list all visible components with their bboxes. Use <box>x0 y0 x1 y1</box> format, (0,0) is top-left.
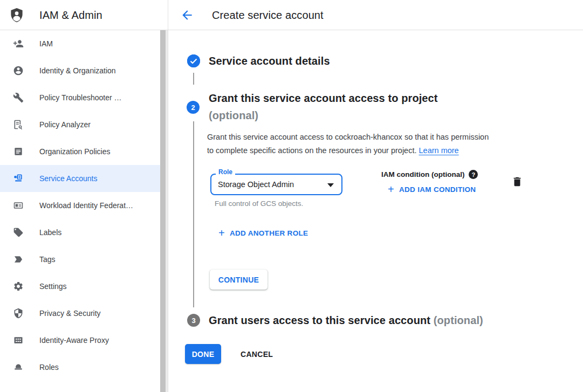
sidebar-item-roles[interactable]: Roles <box>0 354 160 381</box>
plus-icon: + <box>218 229 225 237</box>
label-tag-icon <box>13 227 24 238</box>
sidebar-item-iam[interactable]: IAM <box>0 30 160 57</box>
add-iam-condition-button[interactable]: + ADD IAM CONDITION <box>388 185 476 194</box>
sidebar-item-labels[interactable]: Labels <box>0 219 160 246</box>
step2-optional-label: (optional) <box>209 107 438 124</box>
step2-description: Grant this service account access to coc… <box>207 130 541 157</box>
sidebar-divider <box>168 0 168 392</box>
sidebar-item-policy-analyzer[interactable]: Policy Analyzer <box>0 111 160 138</box>
cancel-button[interactable]: CANCEL <box>238 344 275 364</box>
iam-condition-label-text: IAM condition (optional) <box>381 170 464 178</box>
card-icon <box>13 200 24 211</box>
page-title: Create service account <box>212 0 324 30</box>
gear-icon <box>13 281 24 292</box>
product-title: IAM & Admin <box>39 9 102 22</box>
account-circle-icon <box>13 65 24 76</box>
add-iam-condition-label: ADD IAM CONDITION <box>399 185 476 194</box>
step1-title: Service account details <box>209 52 330 70</box>
done-button[interactable]: DONE <box>185 344 221 364</box>
role-field-label: Role <box>216 168 235 176</box>
sidebar-item-label: Identity-Aware Proxy <box>39 336 109 345</box>
sidebar-item-label: Privacy & Security <box>39 309 101 318</box>
sidebar-item-identity-aware-proxy[interactable]: Identity-Aware Proxy <box>0 327 160 354</box>
sidebar-item-workload-identity-federation[interactable]: Workload Identity Federat… <box>0 192 160 219</box>
sidebar-item-tags[interactable]: Tags <box>0 246 160 273</box>
dropdown-caret-icon <box>327 183 334 187</box>
document-lines-icon <box>13 146 24 157</box>
shield-half-icon <box>13 308 24 319</box>
step2-number-badge: 2 <box>187 101 200 114</box>
step3-optional-label: (optional) <box>434 314 483 326</box>
person-add-icon <box>13 38 24 49</box>
sidebar-item-label: Tags <box>39 255 56 264</box>
sidebar-item-organization-policies[interactable]: Organization Policies <box>0 138 160 165</box>
step2-number: 2 <box>191 104 195 112</box>
sidebar-item-policy-troubleshooter[interactable]: Policy Troubleshooter … <box>0 84 160 111</box>
description-line1: Grant this service account access to coc… <box>207 130 541 144</box>
step1-check-icon <box>187 54 200 67</box>
sidebar-item-label: IAM <box>39 39 53 48</box>
sidebar-item-label: Labels <box>39 228 61 237</box>
sidebar-item-label: Service Accounts <box>39 174 97 183</box>
sidebar-item-label: Policy Troubleshooter … <box>39 93 122 102</box>
sidebar-nav: IAM Identity & Organization Policy Troub… <box>0 30 160 392</box>
role-dropdown[interactable]: Storage Object Admin <box>210 174 342 195</box>
arrow-back-icon[interactable] <box>180 8 194 22</box>
top-header: IAM & Admin Create service account <box>0 0 583 30</box>
trash-icon[interactable] <box>511 176 523 188</box>
step3-number: 3 <box>191 317 195 325</box>
sidebar-item-identity-organization[interactable]: Identity & Organization <box>0 57 160 84</box>
role-selected-value: Storage Object Admin <box>211 180 294 189</box>
help-icon[interactable]: ? <box>469 170 478 179</box>
create-service-account-form: Service account details 2 Grant this ser… <box>168 30 583 392</box>
sidebar-item-label: Identity & Organization <box>39 66 116 75</box>
sidebar-item-privacy-security[interactable]: Privacy & Security <box>0 300 160 327</box>
description-line2: to complete specific actions on the reso… <box>207 146 416 155</box>
continue-button[interactable]: CONTINUE <box>210 270 268 290</box>
sidebar-item-label: Workload Identity Federat… <box>39 201 133 210</box>
step3-title-text: Grant users access to this service accou… <box>209 314 430 326</box>
header-divider <box>0 30 583 30</box>
sidebar-item-service-accounts[interactable]: Service Accounts <box>0 165 160 192</box>
role-help-text: Full control of GCS objects. <box>215 200 303 208</box>
shield-person-icon <box>9 7 25 23</box>
sidebar-item-settings[interactable]: Settings <box>0 273 160 300</box>
add-another-role-button[interactable]: + ADD ANOTHER ROLE <box>218 229 308 237</box>
sidebar-scrollbar-thumb[interactable] <box>160 30 166 392</box>
sidebar-item-label: Roles <box>39 363 59 372</box>
hat-icon <box>13 362 24 373</box>
iam-condition-label: IAM condition (optional) ? <box>381 170 478 179</box>
service-account-key-icon <box>13 173 24 184</box>
add-another-role-label: ADD ANOTHER ROLE <box>230 229 308 237</box>
plus-icon: + <box>388 185 394 194</box>
step2-title: Grant this service account access to pro… <box>209 90 438 124</box>
sidebar-item-label: Settings <box>39 282 67 291</box>
stepper-connector <box>193 121 194 307</box>
wrench-icon <box>13 92 24 103</box>
stepper-connector <box>193 73 194 85</box>
product-brand: IAM & Admin <box>9 0 102 30</box>
learn-more-link[interactable]: Learn more <box>419 146 459 155</box>
step3-number-badge: 3 <box>187 314 200 327</box>
proxy-grid-icon <box>13 335 24 346</box>
step3-title: Grant users access to this service accou… <box>209 312 483 329</box>
sidebar-scrollbar <box>160 30 168 392</box>
tag-arrow-icon <box>13 254 24 265</box>
policy-analyzer-icon <box>13 119 24 130</box>
step2-title-text: Grant this service account access to pro… <box>209 92 438 104</box>
sidebar-item-label: Policy Analyzer <box>39 120 91 129</box>
sidebar-item-label: Organization Policies <box>39 147 111 156</box>
